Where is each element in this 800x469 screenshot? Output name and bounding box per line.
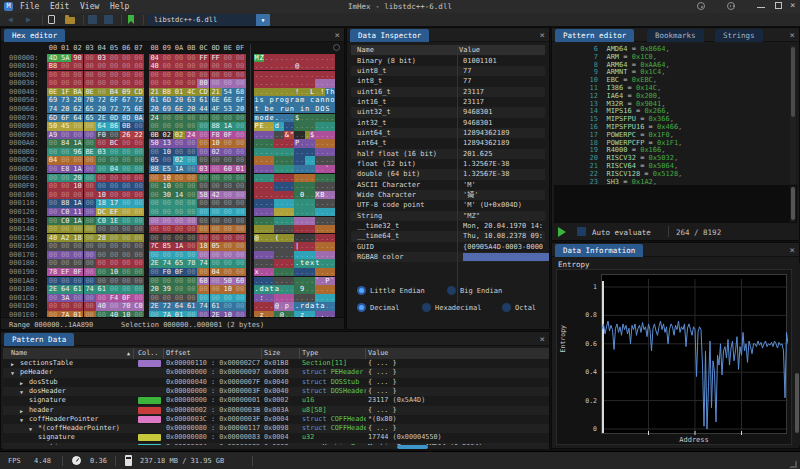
hex-byte[interactable]: 00 (149, 217, 161, 225)
hex-byte[interactable]: 00 (96, 88, 108, 96)
tab-pattern-data[interactable]: Pattern Data (4, 333, 74, 346)
hex-byte[interactable]: 00 (108, 182, 120, 190)
hex-byte[interactable]: 00 (185, 182, 197, 190)
hex-byte[interactable]: 00 (185, 208, 197, 216)
hex-byte[interactable]: 00 (173, 139, 185, 147)
hex-byte[interactable]: 00 (132, 277, 144, 285)
hex-byte[interactable]: 00 (96, 156, 108, 164)
hex-byte[interactable]: BA (71, 88, 83, 96)
hex-byte[interactable]: 00 (84, 242, 96, 250)
hex-byte[interactable]: 00 (47, 251, 59, 259)
hex-byte[interactable]: 64 (173, 302, 185, 310)
hex-byte[interactable]: 00 (132, 251, 144, 259)
inspector-row[interactable]: uint16_t23117 (351, 87, 545, 97)
hex-byte[interactable]: 00 (197, 131, 209, 139)
hex-byte[interactable]: 62 (71, 105, 83, 113)
hex-byte[interactable]: 78 (185, 259, 197, 267)
inspector-row[interactable]: RGBA8 color (351, 252, 545, 262)
hex-byte[interactable]: 00 (96, 225, 108, 233)
hex-byte[interactable]: 00 (222, 71, 234, 79)
inspector-row[interactable]: uint64_t12894362189 (351, 128, 545, 138)
inspector-row[interactable]: Binary (8 bit)01001101 (351, 56, 545, 66)
hex-byte[interactable]: 70 (120, 302, 132, 310)
hex-byte[interactable]: 00 (234, 259, 246, 267)
hex-byte[interactable]: 00 (210, 165, 222, 173)
hex-byte[interactable]: 20 (59, 105, 71, 113)
hex-byte[interactable]: 00 (173, 285, 185, 293)
hex-ascii-char[interactable]: . (330, 71, 335, 79)
hex-byte[interactable]: 00 (96, 165, 108, 173)
hex-byte[interactable]: 75 (120, 105, 132, 113)
hex-byte[interactable]: C0 (59, 208, 71, 216)
inspector-row[interactable]: UTF-8 code point'M' (U+0x004D) (351, 200, 545, 210)
hex-byte[interactable]: 00 (222, 251, 234, 259)
hex-byte[interactable]: 40 (96, 302, 108, 310)
hex-byte[interactable]: 00 (108, 225, 120, 233)
hex-byte[interactable]: 4C (185, 88, 197, 96)
hex-byte[interactable]: 00 (234, 302, 246, 310)
hex-byte[interactable]: EF (108, 208, 120, 216)
hex-byte[interactable]: 00 (234, 54, 246, 62)
hex-byte[interactable]: 00 (108, 191, 120, 199)
hex-byte[interactable]: 10 (161, 148, 173, 156)
code-line[interactable]: 6 AMD64 = 0x8664, (554, 46, 797, 54)
hex-byte[interactable]: 6F (59, 114, 71, 122)
hex-byte[interactable]: 00 (96, 251, 108, 259)
hexadecimal-radio[interactable] (422, 303, 431, 312)
hex-byte[interactable]: 00 (149, 79, 161, 87)
hex-byte[interactable]: 65 (173, 259, 185, 267)
pattern-data-row[interactable]: ▶sectionsTable0x00000110 : 0x000002C70x0… (3, 359, 549, 368)
hex-byte[interactable]: 00 (132, 54, 144, 62)
hex-byte[interactable]: 00 (132, 79, 144, 87)
hex-byte[interactable]: 00 (59, 191, 71, 199)
data-information-close-icon[interactable]: × (790, 245, 795, 255)
hex-byte[interactable]: 00 (120, 62, 132, 70)
hex-byte[interactable]: 00 (59, 242, 71, 250)
hex-byte[interactable]: 10 (108, 268, 120, 276)
hex-byte[interactable]: 00 (132, 191, 144, 199)
hex-byte[interactable]: 05 (210, 242, 222, 250)
hex-byte[interactable]: 80 (197, 79, 209, 87)
hex-byte[interactable]: 00 (234, 148, 246, 156)
hex-byte[interactable]: 00 (132, 242, 144, 250)
hex-byte[interactable]: 00 (84, 191, 96, 199)
hex-byte[interactable]: 63 (185, 96, 197, 104)
hex-byte[interactable]: 02 (210, 148, 222, 156)
hex-byte[interactable]: 00 (234, 294, 246, 302)
hex-byte[interactable]: 00 (84, 79, 96, 87)
hex-byte[interactable]: 00 (210, 114, 222, 122)
hex-byte[interactable]: 00 (197, 294, 209, 302)
hex-byte[interactable]: 00 (234, 79, 246, 87)
hex-byte[interactable]: 00 (222, 139, 234, 147)
hex-byte[interactable]: 00 (71, 191, 83, 199)
hex-byte[interactable]: 00 (71, 79, 83, 87)
hex-byte[interactable]: 00 (120, 251, 132, 259)
hex-ascii-char[interactable]: . (330, 234, 335, 242)
hex-byte[interactable]: 0F (120, 294, 132, 302)
inspector-row[interactable]: GUID{00905A4D-0003-0000-0 (351, 242, 545, 252)
hex-byte[interactable]: 00 (96, 71, 108, 79)
hex-byte[interactable]: 00 (210, 156, 222, 164)
hex-byte[interactable]: 00 (222, 294, 234, 302)
hex-byte[interactable]: 00 (132, 259, 144, 267)
hex-byte[interactable]: C0 (59, 217, 71, 225)
hex-byte[interactable]: 10 (222, 285, 234, 293)
hex-byte[interactable]: 3A (59, 294, 71, 302)
hex-byte[interactable]: 00 (84, 131, 96, 139)
hex-byte[interactable]: 74 (197, 302, 209, 310)
hex-byte[interactable]: CD (132, 88, 144, 96)
hex-ascii-char[interactable]: . (330, 79, 335, 87)
hex-byte[interactable]: 64 (96, 122, 108, 130)
hex-byte[interactable]: 88 (149, 165, 161, 173)
hex-byte[interactable]: 00 (120, 277, 132, 285)
hex-byte[interactable]: 00 (210, 182, 222, 190)
hex-byte[interactable]: 00 (47, 174, 59, 182)
hex-byte[interactable]: 00 (108, 251, 120, 259)
hex-byte[interactable]: 64 (59, 285, 71, 293)
hex-byte[interactable]: 28 (96, 234, 108, 242)
hex-byte[interactable]: 00 (185, 148, 197, 156)
back-arrow-icon[interactable]: ◀ (8, 15, 13, 24)
hex-byte[interactable]: 00 (47, 148, 59, 156)
hex-byte[interactable]: 00 (234, 156, 246, 164)
column-divider[interactable] (457, 45, 458, 303)
